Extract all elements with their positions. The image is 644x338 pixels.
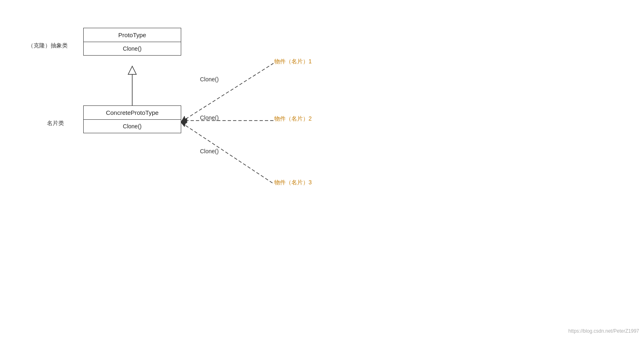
concrete-class-name: ConcreteProtoType bbox=[84, 106, 181, 120]
svg-marker-1 bbox=[128, 66, 136, 74]
prototype-class-name: ProtoType bbox=[84, 28, 181, 42]
svg-marker-5 bbox=[182, 118, 187, 123]
clone-label-2: Clone() bbox=[200, 114, 219, 121]
concrete-class-method: Clone() bbox=[84, 120, 181, 133]
svg-line-2 bbox=[181, 63, 273, 122]
svg-marker-3 bbox=[181, 116, 186, 123]
object-label-3: 物件（名片）3 bbox=[274, 179, 312, 186]
concrete-class-label: 名片类 bbox=[47, 120, 64, 127]
clone-label-3: Clone() bbox=[200, 148, 219, 154]
abstract-class-label: （克隆）抽象类 bbox=[28, 42, 68, 49]
prototype-class-method: Clone() bbox=[84, 42, 181, 55]
svg-line-6 bbox=[181, 123, 273, 183]
concrete-class: ConcreteProtoType Clone() bbox=[83, 105, 181, 133]
watermark: https://blog.csdn.net/PeterZ1997 bbox=[568, 328, 639, 334]
diagram-container: ProtoType Clone() ConcreteProtoType Clon… bbox=[0, 0, 644, 338]
object-label-1: 物件（名片）1 bbox=[274, 58, 312, 65]
svg-marker-7 bbox=[181, 121, 186, 127]
clone-label-1: Clone() bbox=[200, 76, 219, 83]
prototype-class: ProtoType Clone() bbox=[83, 28, 181, 56]
object-label-2: 物件（名片）2 bbox=[274, 115, 312, 123]
